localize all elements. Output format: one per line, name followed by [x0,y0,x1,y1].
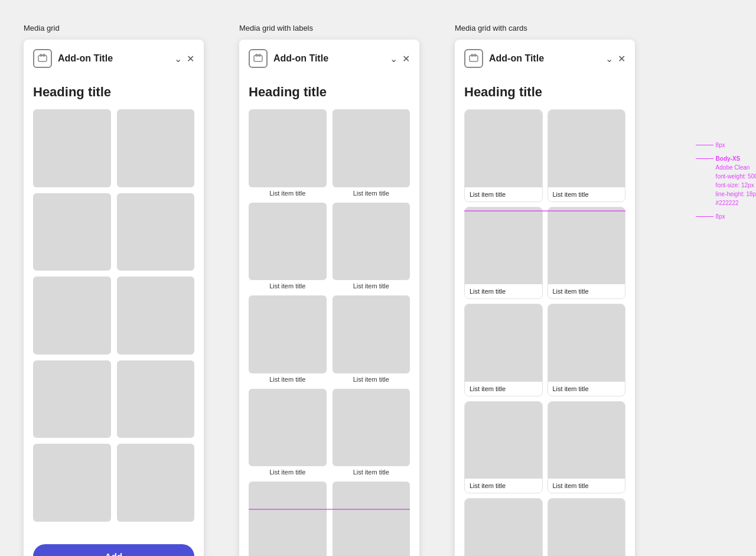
media-thumb [249,389,327,467]
media-thumb [33,193,111,271]
list-item[interactable]: List item title [249,389,327,476]
media-thumb [465,402,542,479]
media-thumb [249,295,327,373]
list-item[interactable]: List item title [548,207,626,300]
list-item[interactable] [33,444,111,522]
media-grid-cards: List item title List item title List ite… [464,109,625,556]
close-icon-1[interactable]: ✕ [187,53,194,64]
media-thumb [333,295,410,373]
list-item[interactable] [33,109,111,187]
list-item[interactable]: List item title [333,295,410,383]
media-thumb [548,207,625,285]
addon-icon-1 [33,49,52,68]
list-item-label: List item title [333,376,410,383]
media-thumb [465,110,542,187]
list-item[interactable]: List item title [249,203,327,290]
annotation-line [696,216,713,217]
media-thumb [33,277,111,355]
media-thumb [117,360,195,438]
list-item[interactable]: List item title [548,304,626,396]
annotation-highlight-line [249,509,410,510]
list-item[interactable]: List item title [333,389,410,476]
media-grid-cards-section: Media grid with cards Add-on Title ⌄ ✕ H… [455,24,635,556]
chevron-down-icon-1[interactable]: ⌄ [174,53,182,64]
list-item[interactable] [117,193,195,271]
svg-rect-6 [470,56,478,61]
media-grid-plain [33,109,194,522]
list-item-label: List item title [465,284,542,298]
annotation-font-spec-right: Body-XS Adobe Clean font-weight: 500 fon… [696,154,756,207]
annotation-highlight-right [464,210,625,212]
list-item-label: List item title [465,479,542,493]
section-label-3: Media grid with cards [455,24,635,32]
list-item[interactable]: List item title [464,109,543,202]
svg-rect-0 [38,56,47,61]
media-thumb [117,109,195,187]
panel-body-2: Heading title List item title List item … [239,75,419,556]
annotation-8px-top: 8px [696,142,756,148]
panel-body-1: Heading title [24,75,204,537]
list-item[interactable] [117,444,195,522]
annotation-font-text-right: Body-XS Adobe Clean font-weight: 500 fon… [716,154,756,207]
list-item-label: List item title [333,190,410,197]
media-thumb [249,109,327,187]
chevron-down-icon-3[interactable]: ⌄ [605,53,613,64]
media-thumb [249,203,327,281]
media-thumb [249,482,327,556]
list-item[interactable] [33,360,111,438]
media-thumb [333,389,410,467]
list-item[interactable]: List item title [464,207,543,300]
panel-footer-1: Add [24,537,204,557]
list-item-label: List item title [249,376,327,383]
media-grid-section: Media grid Add-on Title ⌄ ✕ Heading titl… [24,24,204,556]
list-item[interactable]: List item title [333,109,410,197]
list-item-label: List item title [249,282,327,290]
panel-title-3: Add-on Title [489,53,599,64]
list-item[interactable]: List item title [548,401,626,494]
list-item-label: List item title [333,469,410,476]
close-icon-3[interactable]: ✕ [618,53,625,64]
page-wrapper: Media grid Add-on Title ⌄ ✕ Heading titl… [24,24,732,556]
panel-heading-2: Heading title [249,84,410,100]
chevron-down-icon-2[interactable]: ⌄ [390,53,397,64]
add-button-1[interactable]: Add [33,544,194,557]
addon-icon-2 [249,49,268,68]
annotation-line [696,145,713,145]
list-item[interactable]: List item title [333,203,410,290]
list-item[interactable] [117,109,195,187]
list-item[interactable]: List item title [464,401,543,494]
list-item[interactable] [117,360,195,438]
media-thumb [117,444,195,522]
panel-title-1: Add-on Title [58,53,168,64]
media-thumb [465,207,542,285]
panel-controls-3: ⌄ ✕ [605,53,625,64]
list-item[interactable] [33,277,111,355]
list-item-label: List item title [548,382,625,396]
list-item[interactable]: List item title [249,295,327,383]
media-thumb [117,277,195,355]
annotation-8px-bottom: 8px [696,213,756,220]
list-item[interactable]: List item title [333,482,410,556]
panel-2: Add-on Title ⌄ ✕ Heading title List item… [239,40,419,556]
panel-header-1: Add-on Title ⌄ ✕ [24,40,204,75]
list-item[interactable] [33,193,111,271]
media-grid-labels-section: Media grid with labels Add-on Title ⌄ ✕ … [239,24,419,556]
list-item[interactable]: List item title [464,498,543,556]
list-item[interactable]: List item title [249,482,327,556]
media-grid-labeled: List item title List item title List ite… [249,109,410,556]
list-item-label: List item title [249,190,327,197]
annotation-label-8px-bottom: 8px [716,213,725,220]
list-item[interactable] [117,277,195,355]
media-thumb [465,499,542,556]
media-thumb [33,360,111,438]
section-label-2: Media grid with labels [239,24,419,32]
list-item[interactable]: List item title [548,498,626,556]
list-item[interactable]: List item title [464,304,543,396]
close-icon-2[interactable]: ✕ [402,53,410,64]
media-thumb [548,499,625,556]
list-item-label: List item title [548,479,625,493]
list-item[interactable]: List item title [249,109,327,197]
list-item[interactable]: List item title [548,109,626,202]
media-thumb [33,444,111,522]
panel-1: Add-on Title ⌄ ✕ Heading title [24,40,204,556]
